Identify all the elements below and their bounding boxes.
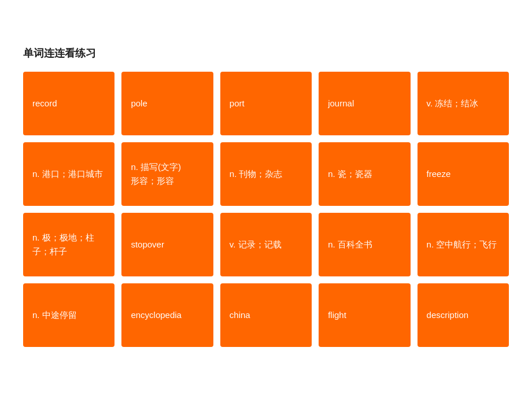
card-text-10: freeze	[427, 167, 451, 181]
card-text-3: port	[230, 97, 245, 110]
flashcard-9[interactable]: n. 瓷；瓷器	[319, 142, 410, 206]
card-text-6: n. 港口；港口城市	[32, 167, 103, 181]
card-text-5: v. 冻结；结冰	[427, 97, 479, 110]
flashcard-12[interactable]: stopover	[121, 213, 213, 276]
card-text-15: n. 空中航行；飞行	[427, 238, 497, 252]
flashcard-10[interactable]: freeze	[418, 142, 509, 206]
flashcard-16[interactable]: n. 中途停留	[23, 283, 114, 347]
card-text-16: n. 中途停留	[32, 308, 77, 322]
card-text-19: flight	[328, 308, 346, 322]
flashcard-7[interactable]: n. 描写(文字) 形容；形容	[121, 142, 213, 206]
card-text-18: china	[230, 308, 250, 322]
flashcard-17[interactable]: encyclopedia	[121, 283, 213, 347]
flashcard-2[interactable]: pole	[121, 72, 213, 135]
flashcard-14[interactable]: n. 百科全书	[319, 213, 410, 276]
flashcard-19[interactable]: flight	[319, 283, 410, 347]
card-text-2: pole	[131, 97, 147, 110]
flashcard-11[interactable]: n. 极；极地；柱子；杆子	[23, 213, 114, 276]
card-text-11: n. 极；极地；柱子；杆子	[32, 231, 105, 258]
flashcard-15[interactable]: n. 空中航行；飞行	[418, 213, 509, 276]
flashcard-20[interactable]: description	[418, 283, 509, 347]
flashcard-5[interactable]: v. 冻结；结冰	[418, 72, 509, 135]
card-text-1: record	[32, 97, 57, 110]
card-grid: recordpoleportjournalv. 冻结；结冰n. 港口；港口城市n…	[23, 72, 509, 347]
flashcard-8[interactable]: n. 刊物；杂志	[220, 142, 312, 206]
card-text-12: stopover	[131, 238, 164, 252]
flashcard-1[interactable]: record	[23, 72, 114, 135]
card-text-7: n. 描写(文字) 形容；形容	[131, 160, 181, 188]
card-text-8: n. 刊物；杂志	[230, 167, 283, 181]
page-title: 单词连连看练习	[23, 46, 509, 60]
card-text-14: n. 百科全书	[328, 238, 372, 252]
card-text-17: encyclopedia	[131, 308, 182, 322]
flashcard-13[interactable]: v. 记录；记载	[220, 213, 312, 276]
card-text-20: description	[427, 308, 469, 322]
flashcard-6[interactable]: n. 港口；港口城市	[23, 142, 114, 206]
card-text-4: journal	[328, 97, 354, 110]
flashcard-3[interactable]: port	[220, 72, 312, 135]
flashcard-18[interactable]: china	[220, 283, 312, 347]
flashcard-4[interactable]: journal	[319, 72, 410, 135]
card-text-13: v. 记录；记载	[230, 238, 282, 252]
card-text-9: n. 瓷；瓷器	[328, 167, 372, 181]
